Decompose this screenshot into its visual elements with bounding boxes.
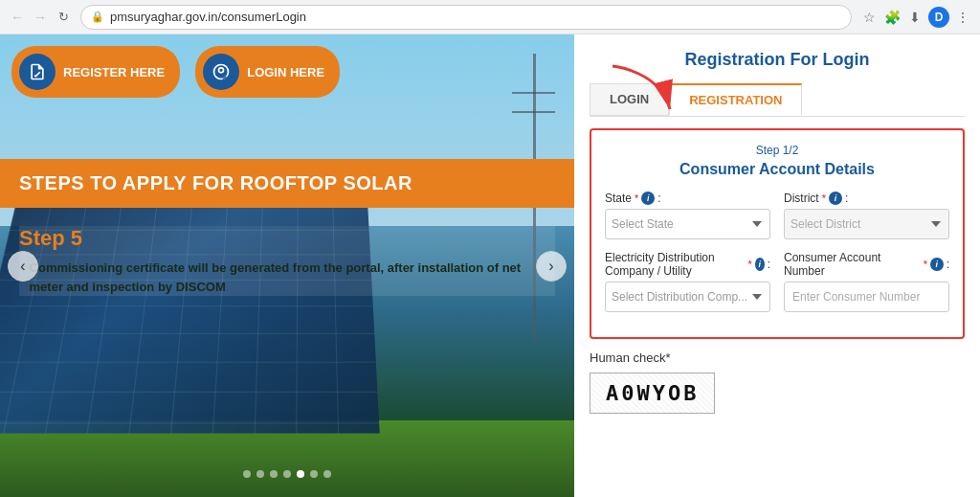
refresh-button[interactable]: ↻ [54,8,73,27]
extensions-button[interactable]: 🧩 [882,8,902,27]
url-text: pmsuryaghar.gov.in/consumerLogin [110,10,306,24]
login-label: LOGIN HERE [247,65,324,79]
form-section: Step 1/2 Consumer Account Details State … [590,128,965,339]
state-label: State * i : [605,192,770,205]
login-button[interactable]: LOGIN HERE [195,46,340,98]
nav-buttons: ← → ↻ [8,8,73,27]
browser-chrome: ← → ↻ 🔒 pmsuryaghar.gov.in/consumerLogin… [0,0,980,34]
banner-text: STEPS TO APPLY FOR ROOFTOP SOLAR [19,172,412,193]
profile-avatar[interactable]: D [928,7,949,28]
state-required: * [635,192,638,204]
form-title: Registration For Login [590,50,965,70]
register-icon [19,54,56,90]
district-required: * [822,192,826,204]
top-buttons: REGISTER HERE LOGIN HERE [11,46,340,98]
district-select[interactable]: Select District [784,209,949,239]
utility-label: Electricity Distribution Company / Utili… [605,251,770,278]
account-info-icon[interactable]: i [930,258,944,271]
step-bullet: • Commissioning certificate will be gene… [19,259,555,296]
account-label: Consumer Account Number * i : [784,251,949,278]
tab-bar: LOGIN REGISTRATION [590,83,965,117]
left-panel: REGISTER HERE LOGIN HERE STEPS TO APPLY … [0,34,574,497]
page-content: REGISTER HERE LOGIN HERE STEPS TO APPLY … [0,34,980,497]
account-required: * [924,259,927,270]
dot-1[interactable] [243,470,251,478]
step-text: Commissioning certificate will be genera… [30,259,555,296]
right-panel: Registration For Login LOGIN REGISTRATIO… [574,34,980,497]
district-group: District * i : Select District [784,192,949,239]
slider-next-button[interactable]: › [536,251,567,282]
human-check-label: Human check* [590,350,965,365]
menu-button[interactable]: ⋮ [953,8,972,27]
dot-4[interactable] [283,470,291,478]
register-button[interactable]: REGISTER HERE [11,46,180,98]
dot-6[interactable] [310,470,318,478]
lock-icon: 🔒 [91,11,104,23]
orange-banner: STEPS TO APPLY FOR ROOFTOP SOLAR [0,159,574,208]
dot-7[interactable] [323,470,331,478]
step-content: Step 5 • Commissioning certificate will … [19,226,555,296]
browser-actions: ☆ 🧩 ⬇ D ⋮ [859,7,972,28]
step-number: Step 5 [19,226,555,251]
forward-button[interactable]: → [31,8,50,27]
step-description: • Commissioning certificate will be gene… [19,259,555,296]
dot-5[interactable] [297,470,304,478]
slider-dots [243,470,331,478]
district-info-icon[interactable]: i [829,192,842,205]
utility-info-icon[interactable]: i [755,258,765,271]
power-wire-2 [512,111,555,113]
utility-required: * [748,259,752,270]
state-select[interactable]: Select State [605,209,770,239]
utility-group: Electricity Distribution Company / Utili… [605,251,770,312]
district-label: District * i : [784,192,949,205]
utility-select[interactable]: Select Distribution Comp... [605,282,770,312]
address-bar[interactable]: 🔒 pmsuryaghar.gov.in/consumerLogin [80,5,852,30]
captcha-display: A0WYOB [590,373,715,414]
tab-login[interactable]: LOGIN [590,83,669,116]
state-group: State * i : Select State [605,192,770,239]
power-wire-1 [512,92,555,94]
form-row-2: Electricity Distribution Company / Utili… [605,251,949,312]
login-icon [203,54,239,90]
register-label: REGISTER HERE [63,65,165,79]
step-indicator: Step 1/2 [605,144,949,157]
slider-prev-button[interactable]: ‹ [8,251,38,282]
human-check-section: Human check* A0WYOB [590,350,965,414]
account-input[interactable] [784,282,949,312]
download-button[interactable]: ⬇ [905,8,924,27]
back-button[interactable]: ← [8,8,27,27]
section-title: Consumer Account Details [605,161,949,178]
dot-2[interactable] [256,470,264,478]
state-info-icon[interactable]: i [641,192,655,205]
form-row-1: State * i : Select State District * i : [605,192,949,239]
account-group: Consumer Account Number * i : [784,251,949,312]
tab-registration[interactable]: REGISTRATION [669,83,802,116]
dot-3[interactable] [270,470,278,478]
bookmark-button[interactable]: ☆ [859,8,879,27]
